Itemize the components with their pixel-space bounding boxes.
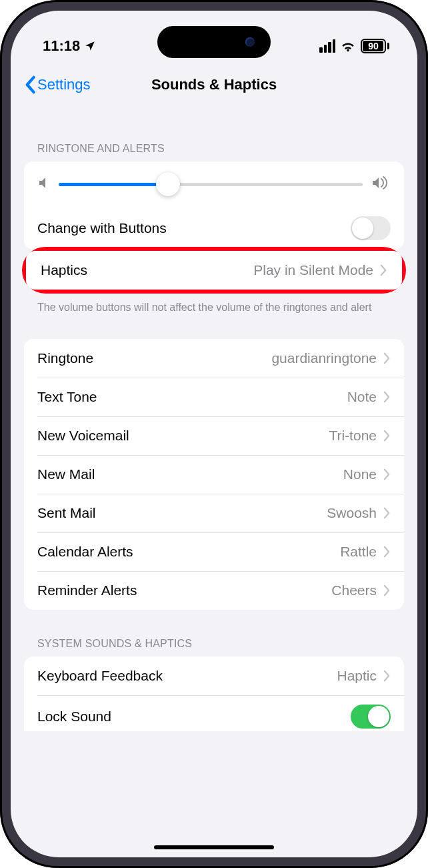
row-label: Calendar Alerts — [37, 544, 133, 560]
ringtone-alerts-footer: The volume buttons will not affect the v… — [24, 294, 404, 315]
page-title: Sounds & Haptics — [151, 76, 277, 93]
new-voicemail-row[interactable]: New Voicemail Tri-tone — [24, 416, 404, 455]
chevron-right-icon — [383, 584, 391, 596]
screen: 11:18 90 Settings Sounds — [11, 11, 417, 857]
section-header-ringtone-alerts: RINGTONE AND ALERTS — [24, 107, 404, 161]
chevron-right-icon — [383, 670, 391, 682]
haptics-row[interactable]: Haptics Play in Silent Mode — [26, 251, 402, 290]
new-mail-row[interactable]: New Mail None — [24, 455, 404, 494]
volume-slider[interactable] — [59, 183, 363, 186]
highlight-annotation: Haptics Play in Silent Mode — [22, 247, 406, 294]
volume-low-icon — [39, 177, 49, 191]
location-icon — [84, 40, 96, 52]
row-label: Sent Mail — [37, 505, 96, 521]
chevron-right-icon — [383, 507, 391, 519]
volume-high-icon — [372, 176, 389, 192]
change-with-buttons-switch[interactable] — [351, 216, 391, 240]
chevron-right-icon — [383, 391, 391, 403]
dynamic-island — [157, 26, 271, 58]
row-value: Tri-tone — [329, 428, 377, 444]
row-label: Reminder Alerts — [37, 582, 137, 598]
text-tone-row[interactable]: Text Tone Note — [24, 378, 404, 416]
sound-list-group: Ringtone guardianringtone Text Tone Note… — [24, 339, 404, 610]
home-indicator[interactable] — [154, 845, 274, 849]
status-time: 11:18 — [43, 37, 80, 55]
back-button[interactable]: Settings — [24, 75, 91, 94]
cellular-icon — [319, 39, 335, 53]
chevron-right-icon — [383, 430, 391, 442]
lock-sound-switch[interactable] — [351, 705, 391, 729]
row-value: guardianringtone — [271, 350, 377, 366]
lock-sound-row[interactable]: Lock Sound — [24, 695, 404, 731]
chevron-right-icon — [380, 264, 387, 276]
change-with-buttons-row[interactable]: Change with Buttons — [24, 207, 404, 250]
row-value: Haptic — [337, 668, 377, 684]
row-label: New Mail — [37, 466, 95, 482]
section-header-system: SYSTEM SOUNDS & HAPTICS — [24, 610, 404, 657]
battery-icon: 90 — [361, 39, 389, 53]
ringtone-alerts-group: Change with Buttons — [24, 161, 404, 250]
keyboard-feedback-row[interactable]: Keyboard Feedback Haptic — [24, 657, 404, 695]
system-sounds-group: Keyboard Feedback Haptic Lock Sound — [24, 657, 404, 731]
calendar-alerts-row[interactable]: Calendar Alerts Rattle — [24, 532, 404, 571]
device-frame: 11:18 90 Settings Sounds — [0, 0, 428, 868]
reminder-alerts-row[interactable]: Reminder Alerts Cheers — [24, 571, 404, 610]
back-label: Settings — [37, 76, 91, 93]
row-label: Keyboard Feedback — [37, 668, 163, 684]
ringtone-row[interactable]: Ringtone guardianringtone — [24, 339, 404, 378]
row-label: Lock Sound — [37, 709, 111, 725]
row-value: None — [343, 466, 377, 482]
row-value: Note — [347, 389, 377, 405]
nav-bar: Settings Sounds & Haptics — [11, 63, 417, 107]
row-value: Rattle — [340, 544, 377, 560]
change-with-buttons-label: Change with Buttons — [37, 220, 167, 236]
sent-mail-row[interactable]: Sent Mail Swoosh — [24, 494, 404, 532]
wifi-icon — [341, 40, 355, 52]
haptics-value: Play in Silent Mode — [253, 262, 373, 278]
row-value: Cheers — [331, 582, 377, 598]
row-value: Swoosh — [327, 505, 377, 521]
chevron-right-icon — [383, 546, 391, 558]
row-label: Text Tone — [37, 389, 97, 405]
haptics-label: Haptics — [41, 262, 87, 278]
row-label: Ringtone — [37, 350, 93, 366]
chevron-right-icon — [383, 352, 391, 364]
volume-slider-row — [24, 161, 404, 207]
row-label: New Voicemail — [37, 428, 129, 444]
chevron-right-icon — [383, 468, 391, 480]
